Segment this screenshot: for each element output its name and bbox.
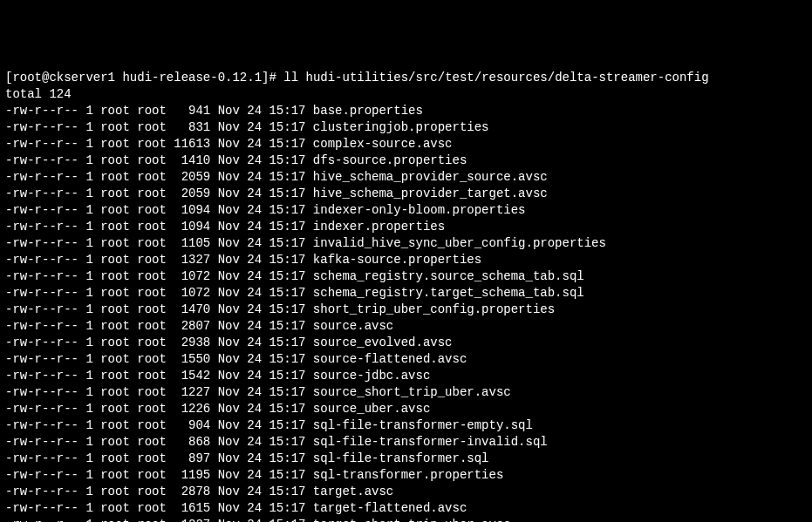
file-row: -rw-r--r-- 1 root root 897 Nov 24 15:17 … (5, 451, 807, 467)
file-row: -rw-r--r-- 1 root root 1470 Nov 24 15:17… (5, 302, 807, 318)
file-row: -rw-r--r-- 1 root root 941 Nov 24 15:17 … (5, 103, 807, 119)
file-row: -rw-r--r-- 1 root root 1542 Nov 24 15:17… (5, 368, 807, 384)
file-row: -rw-r--r-- 1 root root 1094 Nov 24 15:17… (5, 219, 807, 235)
file-row: -rw-r--r-- 1 root root 1195 Nov 24 15:17… (5, 467, 807, 484)
file-row: -rw-r--r-- 1 root root 1550 Nov 24 15:17… (5, 351, 807, 368)
prompt-user-host: root@ckserver1 (12, 71, 115, 85)
file-row: -rw-r--r-- 1 root root 2807 Nov 24 15:17… (5, 318, 807, 335)
file-row: -rw-r--r-- 1 root root 1410 Nov 24 15:17… (5, 153, 807, 169)
prompt-cwd: hudi-release-0.12.1 (122, 71, 262, 85)
prompt-close: ]# (262, 71, 283, 85)
command-text: ll hudi-utilities/src/test/resources/del… (283, 71, 708, 85)
prompt-line[interactable]: [root@ckserver1 hudi-release-0.12.1]# ll… (5, 70, 807, 86)
file-row: -rw-r--r-- 1 root root 1615 Nov 24 15:17… (5, 500, 807, 517)
file-row: -rw-r--r-- 1 root root 904 Nov 24 15:17 … (5, 417, 807, 434)
file-row: -rw-r--r-- 1 root root 2938 Nov 24 15:17… (5, 335, 807, 351)
file-row: -rw-r--r-- 1 root root 1094 Nov 24 15:17… (5, 202, 807, 219)
file-row: -rw-r--r-- 1 root root 2059 Nov 24 15:17… (5, 169, 807, 186)
file-row: -rw-r--r-- 1 root root 1105 Nov 24 15:17… (5, 235, 807, 252)
file-row: -rw-r--r-- 1 root root 1227 Nov 24 15:17… (5, 517, 807, 522)
file-row: -rw-r--r-- 1 root root 1327 Nov 24 15:17… (5, 252, 807, 268)
file-row: -rw-r--r-- 1 root root 1072 Nov 24 15:17… (5, 268, 807, 285)
file-row: -rw-r--r-- 1 root root 1227 Nov 24 15:17… (5, 384, 807, 401)
file-row: -rw-r--r-- 1 root root 1072 Nov 24 15:17… (5, 285, 807, 302)
total-line: total 124 (5, 86, 807, 103)
file-row: -rw-r--r-- 1 root root 868 Nov 24 15:17 … (5, 434, 807, 451)
file-row: -rw-r--r-- 1 root root 1226 Nov 24 15:17… (5, 401, 807, 417)
file-row: -rw-r--r-- 1 root root 831 Nov 24 15:17 … (5, 119, 807, 136)
file-row: -rw-r--r-- 1 root root 2878 Nov 24 15:17… (5, 484, 807, 500)
file-row: -rw-r--r-- 1 root root 11613 Nov 24 15:1… (5, 136, 807, 153)
file-row: -rw-r--r-- 1 root root 2059 Nov 24 15:17… (5, 186, 807, 202)
terminal-output[interactable]: [root@ckserver1 hudi-release-0.12.1]# ll… (5, 70, 807, 522)
